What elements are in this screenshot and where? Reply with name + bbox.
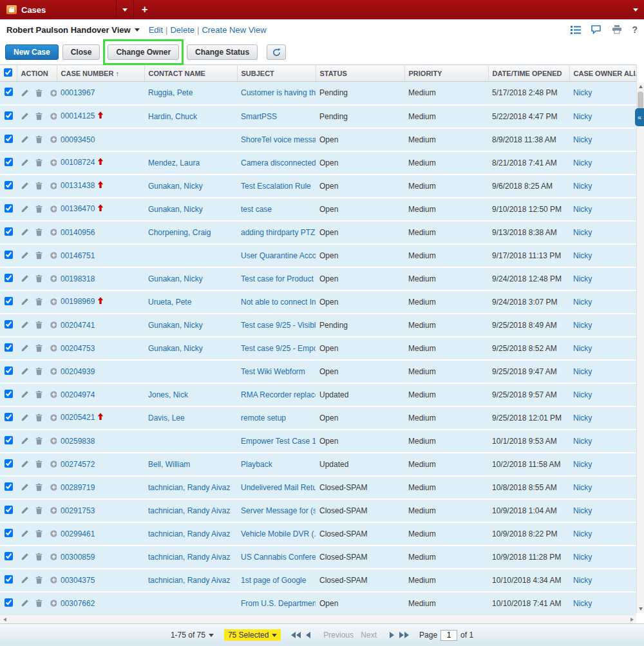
row-checkbox[interactable] bbox=[5, 204, 13, 213]
edit-icon[interactable] bbox=[21, 576, 30, 585]
delete-icon[interactable] bbox=[35, 298, 44, 307]
row-checkbox[interactable] bbox=[5, 297, 13, 305]
subject-link[interactable]: Customer is having th... bbox=[241, 88, 316, 97]
owner-alias-link[interactable]: Nicky bbox=[573, 390, 592, 399]
add-icon[interactable] bbox=[50, 228, 57, 237]
delete-icon[interactable] bbox=[35, 599, 44, 608]
case-number-link[interactable]: 00300859 bbox=[61, 553, 95, 562]
delete-icon[interactable] bbox=[35, 553, 44, 562]
case-number-link[interactable]: 00136470 bbox=[61, 204, 95, 213]
vertical-scrollbar[interactable] bbox=[636, 82, 644, 613]
add-icon[interactable] bbox=[50, 483, 57, 492]
add-icon[interactable] bbox=[50, 390, 57, 399]
add-icon[interactable] bbox=[50, 321, 57, 330]
row-checkbox[interactable] bbox=[5, 459, 13, 468]
row-checkbox[interactable] bbox=[5, 366, 13, 375]
case-number-link[interactable]: 00014125 bbox=[61, 111, 95, 120]
edit-icon[interactable] bbox=[21, 205, 30, 214]
subject-link[interactable]: Server Message for (su... bbox=[241, 506, 316, 515]
edit-icon[interactable] bbox=[21, 182, 30, 191]
owner-alias-link[interactable]: Nicky bbox=[573, 135, 592, 144]
case-number-link[interactable]: 00307662 bbox=[61, 599, 95, 608]
tab-dropdown-button[interactable] bbox=[117, 0, 133, 19]
delete-icon[interactable] bbox=[35, 529, 44, 538]
delete-icon[interactable] bbox=[35, 413, 44, 423]
contact-name-link[interactable]: Chorpening, Craig bbox=[148, 228, 211, 237]
owner-alias-link[interactable]: Nicky bbox=[573, 112, 592, 121]
case-number-link[interactable]: 00198969 bbox=[61, 297, 95, 306]
edit-icon[interactable] bbox=[21, 112, 30, 121]
row-checkbox[interactable] bbox=[5, 552, 13, 560]
subject-link[interactable]: 1st page of Google bbox=[241, 576, 306, 585]
contact-name-link[interactable]: tachnician, Randy Aivaz bbox=[148, 553, 230, 562]
delete-icon[interactable] bbox=[35, 182, 44, 191]
horizontal-scrollbar-track[interactable] bbox=[9, 615, 627, 624]
owner-alias-link[interactable]: Nicky bbox=[573, 182, 592, 191]
delete-icon[interactable] bbox=[35, 390, 44, 399]
case-number-link[interactable]: 00259838 bbox=[61, 437, 95, 446]
previous-page-button[interactable] bbox=[306, 632, 310, 638]
contact-name-link[interactable]: Gunakan, Nicky bbox=[148, 205, 203, 214]
subject-link[interactable]: Playback bbox=[241, 460, 272, 469]
edit-icon[interactable] bbox=[21, 506, 30, 515]
tab-cases[interactable]: Cases bbox=[0, 0, 116, 19]
column-header-priority[interactable]: PRIORITY bbox=[404, 65, 488, 82]
row-checkbox[interactable] bbox=[5, 320, 13, 328]
sidebar-collapse-tab[interactable]: « bbox=[635, 108, 644, 126]
case-number-link[interactable]: 00204753 bbox=[61, 344, 95, 353]
subject-link[interactable]: Test Escalation Rule bbox=[241, 182, 311, 191]
case-number-link[interactable]: 00204974 bbox=[61, 390, 95, 399]
select-all-checkbox[interactable] bbox=[4, 68, 12, 77]
subject-link[interactable]: SmartPSS bbox=[241, 112, 277, 121]
edit-icon[interactable] bbox=[21, 228, 30, 237]
scroll-up-button[interactable] bbox=[637, 82, 644, 91]
row-checkbox[interactable] bbox=[5, 482, 13, 491]
subject-link[interactable]: Camera disconnected bbox=[241, 158, 316, 167]
case-number-link[interactable]: 00291753 bbox=[61, 506, 95, 515]
new-tab-button[interactable]: + bbox=[134, 4, 155, 15]
printer-icon[interactable] bbox=[611, 24, 623, 35]
delete-icon[interactable] bbox=[35, 460, 44, 469]
edit-icon[interactable] bbox=[21, 460, 30, 469]
help-icon[interactable]: ? bbox=[632, 24, 638, 35]
column-header-date-opened[interactable]: DATE/TIME OPENED bbox=[488, 65, 569, 82]
delete-view-link[interactable]: Delete bbox=[170, 25, 194, 35]
owner-alias-link[interactable]: Nicky bbox=[573, 529, 592, 538]
add-icon[interactable] bbox=[50, 251, 57, 260]
delete-icon[interactable] bbox=[35, 437, 44, 446]
subject-link[interactable]: Test Wiki Webform bbox=[241, 367, 305, 376]
edit-icon[interactable] bbox=[21, 483, 30, 492]
contact-name-link[interactable]: tachnician, Randy Aivaz bbox=[148, 483, 230, 492]
subject-link[interactable]: remote setup bbox=[241, 413, 286, 423]
refresh-button[interactable] bbox=[267, 44, 286, 60]
add-icon[interactable] bbox=[50, 576, 57, 585]
add-icon[interactable] bbox=[50, 553, 57, 562]
delete-icon[interactable] bbox=[35, 158, 44, 167]
close-button[interactable]: Close bbox=[62, 44, 100, 60]
add-icon[interactable] bbox=[50, 182, 57, 191]
delete-icon[interactable] bbox=[35, 367, 44, 376]
add-icon[interactable] bbox=[50, 344, 57, 353]
tab-overflow-button[interactable] bbox=[627, 0, 644, 19]
owner-alias-link[interactable]: Nicky bbox=[573, 437, 592, 446]
create-new-view-link[interactable]: Create New View bbox=[202, 25, 266, 35]
owner-alias-link[interactable]: Nicky bbox=[573, 251, 592, 260]
row-checkbox[interactable] bbox=[5, 343, 13, 352]
record-range-dropdown[interactable]: 1-75 of 75 bbox=[171, 631, 214, 640]
subject-link[interactable]: Undelivered Mail Retu... bbox=[241, 483, 316, 492]
subject-link[interactable]: Empower Test Case 1-... bbox=[241, 437, 316, 446]
owner-alias-link[interactable]: Nicky bbox=[573, 274, 592, 283]
row-checkbox[interactable] bbox=[5, 135, 13, 143]
owner-alias-link[interactable]: Nicky bbox=[573, 88, 592, 97]
previous-link[interactable]: Previous bbox=[323, 631, 354, 640]
scroll-right-button[interactable] bbox=[627, 615, 636, 624]
contact-name-link[interactable]: tachnician, Randy Aivaz bbox=[148, 576, 230, 585]
subject-link[interactable]: From U.S. Department... bbox=[241, 599, 316, 608]
row-checkbox[interactable] bbox=[5, 436, 13, 444]
delete-icon[interactable] bbox=[35, 506, 44, 515]
edit-icon[interactable] bbox=[21, 274, 30, 283]
row-checkbox[interactable] bbox=[5, 390, 13, 398]
owner-alias-link[interactable]: Nicky bbox=[573, 413, 592, 423]
contact-name-link[interactable]: Jones, Nick bbox=[148, 390, 188, 399]
subject-link[interactable]: ShoreTel voice messag... bbox=[241, 135, 316, 144]
